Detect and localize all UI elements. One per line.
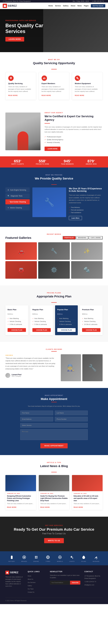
news-excerpt-1: There are many variations of Lorem ipsum… [7,503,34,505]
footer-link-services: Our Services [28,581,46,584]
about-learn-more-button[interactable]: Learn More [45,146,60,151]
gallery-tab-portfolio[interactable]: PORTFOLIO [63,236,75,240]
about-tag: About Our Agency [45,112,102,114]
nav-gallery[interactable]: Gallery [63,5,68,7]
cta-subtitle: Feel Free To Contact Us [6,532,102,535]
nav-news[interactable]: News [77,5,82,7]
appointment-message-row [20,429,88,440]
testimonials-images: 👨‍🔧 🔧 [61,354,102,381]
footer-link-home-anchor[interactable]: Home [28,575,31,577]
quality-read-more-3[interactable]: Read More [75,95,84,96]
service-input[interactable] [20,423,88,428]
testimonials-section: Clients Reviews ★★★★★ "There are many va… [0,342,108,388]
news-img-2 [39,475,69,491]
gallery-section: Recent Works Featured Galleries PORTFOLI… [0,227,108,286]
services-inner: ⚙ Auto Engine Servicing 🔍 Diagnostic Tes… [6,188,102,220]
appointment-tag: Make Appointment [20,395,88,396]
footer-contact-col: Contact 177 Broadstreet, Block No. Dhaka… [84,571,102,594]
gallery-item-1[interactable]: 🚗 [6,242,37,260]
news-excerpt-3: There are many variations of Lorem ipsum… [74,503,101,505]
service-menu-item-4[interactable]: ✦ Interior Cleaning [6,205,30,210]
tyre-icon: ○ [8,201,9,203]
appointment-submit-button[interactable]: Make Appointment [40,443,68,448]
nav-service[interactable]: Service [55,5,61,7]
news-read-more-1[interactable]: Read More [7,506,17,508]
stat-number-2: 558+ [36,159,49,163]
footer-address-link[interactable]: 177 Broadstreet, Block No. Dhaka Banglad… [84,575,100,579]
phone-input[interactable] [55,417,88,422]
gallery-tab-car[interactable]: CAR & MORE [89,236,102,240]
cta-button[interactable]: Write To Us [44,538,64,543]
oiling-label: Oiling [81,561,86,562]
service-menu-item-3[interactable]: ○ Tyre-Center Cleaning [6,199,30,204]
testimonial-author: Lionard Paul CEO, Company [6,373,57,378]
quality-card-desc-1: There are many variations of passages of… [8,86,33,93]
service-menu-item-2[interactable]: 🔍 Diagnostic Tests [6,194,30,198]
footer-contact-phone: +1 800 1234 56 7 8 [84,580,102,583]
footer-link-services-anchor[interactable]: Our Services [28,582,36,583]
service-learn-more-button[interactable]: Learn More [69,216,82,220]
plan-feature-3-1: Auto Washing [57,317,76,320]
about-title: We're Certified & Expert Car Servicing A… [45,114,102,122]
news-tag: Article & Tips [6,462,102,463]
gallery-tab-branding[interactable]: BRANDING [76,236,88,240]
tyres-label: Tyres [45,561,51,562]
get-free-quote-button[interactable]: Get Free Quote [91,4,105,8]
service-menu-item-1[interactable]: ⚙ Auto Engine Servicing [6,188,30,192]
newsletter-subscribe-button[interactable]: Subscribe [70,581,80,584]
author-name: Lionard Paul [12,374,22,376]
gallery-item-4[interactable]: 🚘 [6,261,37,279]
gallery-item-3[interactable]: ✨ [71,242,102,260]
washing-label: Washing [93,561,99,562]
footer-about-desc: There are many variations of passages of… [6,576,24,587]
newsletter-email-input[interactable] [50,581,70,584]
about-feature-3: Honesty & Sincerity [45,141,102,144]
icon-strip-lights: Lights [69,554,75,562]
pricing-card-4: Premium Plan $99/mo Auto Washing Vehicle… [80,305,102,335]
last-name-input[interactable] [55,410,88,415]
message-input[interactable] [20,429,88,440]
footer-logo: GEREZ [6,571,24,574]
icon-strip-wheels: Wheels [57,554,63,562]
stat-number-1: 653+ [11,159,24,163]
nav-home[interactable]: Home [48,5,53,7]
gallery-item-2[interactable]: 🔧 [38,242,70,260]
gallery-item-6[interactable]: 🔩 [71,261,102,279]
footer-phone-link[interactable]: +1 800 1234 56 7 8 [84,581,96,582]
about-section: About Our Agency We're Certified & Exper… [0,106,108,156]
plan-button-1[interactable]: Choose Plan [8,328,26,332]
first-name-input[interactable] [20,410,53,415]
about-feature-1: Professional & Expert [45,136,102,138]
news-read-more-3[interactable]: Read More [74,506,83,508]
nav-pages[interactable]: Pages [84,5,88,7]
quality-icon-1 [8,76,14,81]
plan-feature-2-1: Auto Washing [32,317,51,320]
footer-link-team-anchor[interactable]: Our Team [28,588,34,590]
footer-email-link[interactable]: info@gerez.com [84,584,94,586]
nav-about[interactable]: About [71,5,75,7]
plan-button-2[interactable]: Choose Plan [32,328,51,332]
plan-button-3[interactable]: Choose Plan [57,328,76,332]
plan-button-4[interactable]: Choose Plan [82,328,100,332]
hero-cta-button[interactable]: Learn More [6,37,24,42]
news-read-more-2[interactable]: Read More [40,506,50,508]
about-desc: There are many variations of passages of… [45,126,102,133]
plan-name-1: Basic Plan [8,308,26,310]
footer-link-contact-anchor[interactable]: Contact Us [28,592,34,593]
icon-strip-washing: Washing [93,554,99,562]
quality-read-more-2[interactable]: Read More [42,95,51,96]
services-divider [51,184,57,185]
gallery-item-5[interactable]: ⚙️ [38,261,70,279]
footer-link-gallery-anchor[interactable]: Gallery [28,585,32,586]
footer-newsletter-col: Newsletter Subscribe to our newsletter t… [50,571,80,594]
hero-tag: Professional Auto Car Service [6,20,43,21]
news-date-3: January 20, 2021 [74,493,101,494]
appointment-section: Make Appointment Make Appointment Your l… [0,388,108,455]
news-body-1: January 20, 2021 Designing Efficient Aut… [6,491,36,510]
quality-read-more-1[interactable]: Read More [8,95,18,96]
cta-title: Ready To Get Our Premium Auto Car Servic… [6,527,102,532]
email-input[interactable] [20,417,53,422]
services-tag: What We Provide [6,174,102,176]
footer-link-about-anchor[interactable]: About Us [28,578,33,580]
hours: Mon - Friday, 08:00 - 08:00 [73,0,89,2]
